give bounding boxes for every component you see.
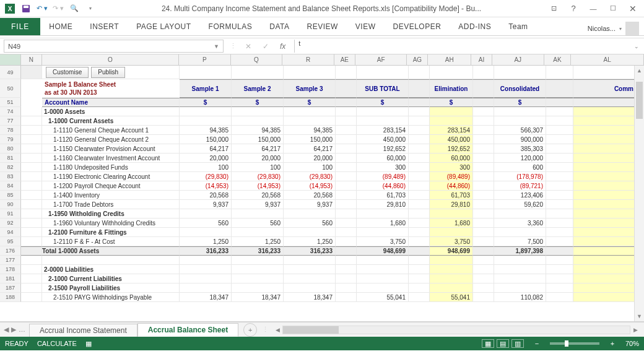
cell[interactable]: 3,750 bbox=[430, 237, 473, 246]
cell[interactable] bbox=[409, 154, 430, 163]
cell[interactable] bbox=[546, 209, 573, 218]
cell[interactable]: 2-1500 Payroll Liabilities bbox=[42, 283, 180, 293]
view-page-layout-icon[interactable]: ▤ bbox=[497, 339, 509, 348]
cell[interactable]: (29,830) bbox=[284, 172, 336, 181]
cell[interactable]: 61,703 bbox=[357, 191, 409, 200]
cell[interactable] bbox=[494, 283, 546, 293]
ribbon-display-icon[interactable]: ⊡ bbox=[545, 2, 562, 15]
name-box[interactable]: N49 ▼ bbox=[4, 40, 224, 53]
cell[interactable] bbox=[336, 135, 357, 144]
cell[interactable] bbox=[336, 163, 357, 172]
cell[interactable] bbox=[409, 265, 430, 274]
print-preview-icon[interactable]: 🔍 bbox=[67, 2, 82, 15]
cell[interactable] bbox=[336, 246, 357, 256]
tab-page-layout[interactable]: PAGE LAYOUT bbox=[128, 18, 199, 35]
cell[interactable]: 20,000 bbox=[180, 154, 232, 163]
cell[interactable] bbox=[336, 265, 357, 274]
column-header[interactable]: AK bbox=[544, 54, 572, 65]
cell[interactable]: 20,568 bbox=[232, 191, 284, 200]
cell[interactable] bbox=[21, 283, 42, 293]
scroll-down-icon[interactable]: ▼ bbox=[635, 311, 644, 321]
cell[interactable] bbox=[494, 209, 546, 218]
cell[interactable]: (29,830) bbox=[180, 172, 232, 181]
cell[interactable] bbox=[180, 256, 232, 265]
cell[interactable]: Total 1-0000 Assets bbox=[42, 246, 180, 256]
cell[interactable]: 1-1950 Witholding Credits bbox=[42, 209, 180, 218]
cell[interactable] bbox=[573, 154, 637, 163]
column-header[interactable]: R bbox=[282, 54, 334, 65]
cell[interactable] bbox=[21, 126, 42, 135]
cell[interactable] bbox=[336, 172, 357, 181]
grid-body[interactable]: 49 Customise Publish 50 Sample 1 Balance… bbox=[0, 66, 644, 322]
cell[interactable] bbox=[336, 126, 357, 135]
cell[interactable]: 1-1000 Current Assets bbox=[42, 116, 180, 126]
cell[interactable]: 60,000 bbox=[357, 154, 409, 163]
qat-customize-icon[interactable]: ▾ bbox=[83, 2, 98, 15]
cell[interactable] bbox=[21, 228, 42, 237]
hscroll-thumb[interactable] bbox=[283, 326, 339, 334]
cell[interactable] bbox=[21, 246, 42, 256]
cell[interactable] bbox=[232, 116, 284, 126]
cell[interactable] bbox=[409, 191, 430, 200]
cell[interactable]: 1-1110 General Cheque Account 1 bbox=[42, 126, 180, 135]
macro-record-icon[interactable]: ▦ bbox=[85, 340, 92, 348]
cell[interactable]: 316,233 bbox=[180, 246, 232, 256]
cell[interactable] bbox=[430, 107, 473, 116]
row-number[interactable]: 79 bbox=[0, 135, 21, 144]
cell[interactable]: 7,500 bbox=[494, 237, 546, 246]
insert-function-icon[interactable]: fx bbox=[277, 42, 288, 51]
cell[interactable] bbox=[430, 116, 473, 126]
cell[interactable] bbox=[494, 274, 546, 283]
tab-insert[interactable]: INSERT bbox=[81, 18, 128, 35]
cell[interactable] bbox=[180, 274, 232, 283]
cell[interactable]: (14,953) bbox=[180, 181, 232, 191]
cell[interactable]: 60,000 bbox=[430, 154, 473, 163]
cell[interactable] bbox=[409, 246, 430, 256]
cell[interactable]: 192,652 bbox=[357, 144, 409, 154]
cell[interactable] bbox=[409, 283, 430, 293]
cell[interactable] bbox=[473, 209, 494, 218]
cell[interactable] bbox=[409, 228, 430, 237]
cell[interactable] bbox=[473, 246, 494, 256]
cell[interactable]: 1-1200 Payroll Cheque Account bbox=[42, 181, 180, 191]
select-all-corner[interactable] bbox=[0, 54, 21, 65]
column-header[interactable]: AJ bbox=[492, 54, 544, 65]
cell[interactable]: 150,000 bbox=[180, 135, 232, 144]
cell[interactable] bbox=[430, 265, 473, 274]
cell[interactable]: (14,953) bbox=[284, 181, 336, 191]
cell[interactable] bbox=[180, 209, 232, 218]
sheet-nav-more-icon[interactable]: … bbox=[19, 326, 25, 334]
cell[interactable] bbox=[473, 274, 494, 283]
cell[interactable]: 2-1000 Current Liabilities bbox=[42, 274, 180, 283]
cell[interactable]: 2-0000 Liabilities bbox=[42, 265, 180, 274]
file-tab[interactable]: FILE bbox=[0, 18, 40, 35]
cell[interactable] bbox=[336, 200, 357, 209]
cell[interactable] bbox=[546, 283, 573, 293]
row-number[interactable]: 84 bbox=[0, 181, 21, 191]
cell[interactable] bbox=[409, 209, 430, 218]
cell[interactable]: 3,360 bbox=[494, 218, 546, 228]
cell[interactable]: 1-1400 Inventory bbox=[42, 191, 180, 200]
sheet-tab-accrual-income[interactable]: Accrual Income Statement bbox=[29, 324, 137, 337]
enter-formula-icon[interactable]: ✓ bbox=[260, 42, 271, 51]
row-number[interactable]: 49 bbox=[0, 66, 21, 79]
cell[interactable] bbox=[546, 237, 573, 246]
row-number[interactable]: 188 bbox=[0, 293, 21, 302]
cell[interactable]: 948,699 bbox=[430, 246, 473, 256]
column-header[interactable]: Q bbox=[231, 54, 283, 65]
cell[interactable] bbox=[232, 107, 284, 116]
cell[interactable] bbox=[284, 283, 336, 293]
cell[interactable] bbox=[409, 237, 430, 246]
cell[interactable]: 948,699 bbox=[357, 246, 409, 256]
cell[interactable]: 64,217 bbox=[180, 144, 232, 154]
cell[interactable]: 9,937 bbox=[180, 200, 232, 209]
tab-view[interactable]: VIEW bbox=[347, 18, 385, 35]
cell[interactable] bbox=[546, 191, 573, 200]
cell[interactable]: 3,750 bbox=[357, 237, 409, 246]
cell[interactable] bbox=[21, 256, 42, 265]
cell[interactable] bbox=[473, 163, 494, 172]
cell[interactable] bbox=[409, 172, 430, 181]
zoom-in-icon[interactable]: + bbox=[608, 340, 617, 347]
cell[interactable]: 316,233 bbox=[232, 246, 284, 256]
cell[interactable] bbox=[473, 237, 494, 246]
